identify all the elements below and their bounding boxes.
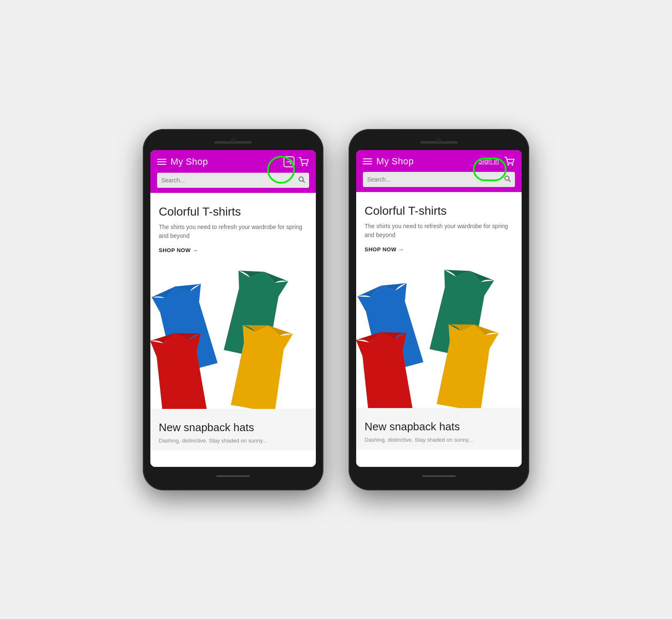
svg-point-2	[306, 164, 307, 166]
cart-icon-svg-right	[504, 156, 515, 167]
phone-camera-right	[437, 138, 441, 142]
next-section-subtitle-left: Dashing, distinctive. Stay shaded on sun…	[159, 437, 307, 444]
search-bar-right	[363, 172, 515, 187]
next-section-subtitle-right: Dashing, distinctive. Stay shaded on sun…	[365, 437, 513, 443]
phones-container: My Shop	[143, 129, 529, 490]
app-toolbar-left: My Shop	[157, 156, 309, 168]
svg-point-1	[302, 164, 303, 166]
phone-bottom-bar-right	[356, 469, 522, 483]
home-indicator-left	[216, 475, 250, 477]
phone-right-device: My Shop Sign in	[349, 129, 529, 490]
search-icon-right[interactable]	[504, 175, 511, 184]
svg-point-4	[507, 164, 509, 166]
tshirts-svg-left	[150, 266, 316, 409]
app-header-right: My Shop Sign in	[356, 150, 522, 192]
cart-icon-button-left[interactable]	[298, 156, 309, 167]
app-header-left: My Shop	[150, 150, 316, 193]
phone-bottom-bar-left	[150, 469, 316, 483]
hero-subtitle-left: The shirts you need to refresh your ward…	[159, 223, 307, 240]
phone-left-device: My Shop	[143, 129, 323, 490]
cart-icon-svg-left	[298, 156, 309, 167]
phone-screen-right: My Shop Sign in	[356, 150, 522, 467]
signin-icon-svg-left	[283, 156, 295, 168]
next-section-title-left: New snapback hats	[159, 421, 307, 434]
tshirts-area-right	[356, 265, 522, 408]
search-input-left[interactable]	[161, 177, 295, 184]
search-bar-left	[157, 173, 309, 188]
hero-subtitle-right: The shirts you need to refresh your ward…	[365, 222, 513, 240]
svg-point-5	[512, 164, 513, 166]
signin-text-button-right[interactable]: Sign in	[477, 157, 501, 166]
app-title-right: My Shop	[376, 156, 472, 167]
tshirts-area-left	[150, 266, 316, 409]
toolbar-actions-right: Sign in	[477, 156, 515, 167]
search-input-right[interactable]	[367, 176, 501, 183]
hero-title-right: Colorful T-shirts	[365, 204, 513, 218]
next-section-left: New snapback hats Dashing, distinctive. …	[150, 409, 316, 450]
app-toolbar-right: My Shop Sign in	[363, 156, 515, 167]
shop-now-button-right[interactable]: SHOP NOW →	[365, 246, 513, 253]
home-indicator-right	[422, 475, 456, 477]
next-section-title-right: New snapback hats	[365, 420, 513, 433]
next-section-right: New snapback hats Dashing, distinctive. …	[356, 408, 522, 450]
hero-title-left: Colorful T-shirts	[159, 205, 307, 219]
phone-screen-left: My Shop	[150, 150, 316, 467]
app-content-right: Colorful T-shirts The shirts you need to…	[356, 192, 522, 467]
signin-icon-button-left[interactable]	[283, 156, 295, 168]
phone-left: My Shop	[143, 129, 323, 490]
cart-icon-button-right[interactable]	[504, 156, 515, 167]
hero-section-right: Colorful T-shirts The shirts you need to…	[356, 192, 522, 266]
shop-now-button-left[interactable]: SHOP NOW →	[159, 247, 307, 253]
hamburger-menu-icon-left[interactable]	[157, 159, 166, 165]
phone-right: My Shop Sign in	[349, 129, 529, 490]
tshirts-svg-right	[356, 265, 522, 408]
app-title-left: My Shop	[171, 156, 279, 167]
search-icon-left[interactable]	[298, 176, 305, 184]
phone-camera-left	[231, 138, 235, 142]
hamburger-menu-icon-right[interactable]	[363, 158, 372, 164]
hero-section-left: Colorful T-shirts The shirts you need to…	[150, 193, 316, 266]
toolbar-actions-left	[283, 156, 309, 168]
app-content-left: Colorful T-shirts The shirts you need to…	[150, 193, 316, 467]
